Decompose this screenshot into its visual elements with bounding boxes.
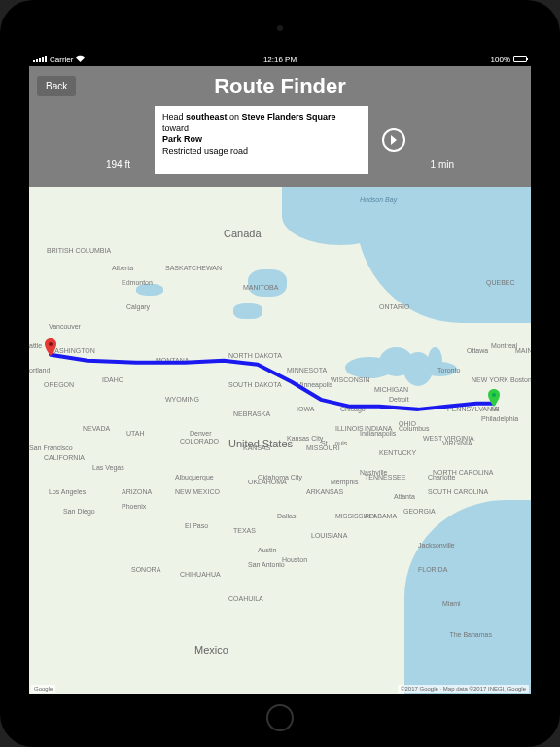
destination-pin[interactable] xyxy=(488,389,500,407)
step-distance: 194 ft xyxy=(106,160,141,174)
label-mexico: Mexico xyxy=(194,644,228,656)
wifi-icon xyxy=(76,55,85,64)
chevron-right-icon xyxy=(389,135,399,145)
map-view[interactable]: Canada United States Mexico Hudson Bay T… xyxy=(29,187,531,694)
page-title: Route Finder xyxy=(214,74,346,99)
instruction-row: 194 ft Head southeast on Steve Flanders … xyxy=(37,106,523,174)
battery-icon xyxy=(513,56,527,62)
step-duration: 1 min xyxy=(419,160,454,174)
label-canada: Canada xyxy=(224,228,262,239)
label-bahamas: The Bahamas xyxy=(449,631,492,638)
clock: 12:16 PM xyxy=(263,55,297,64)
label-hudson: Hudson Bay xyxy=(360,196,397,203)
next-step-button[interactable] xyxy=(382,128,405,152)
status-bar: Carrier 12:16 PM 100% xyxy=(29,53,531,66)
tablet-camera xyxy=(277,25,283,31)
tablet-frame: Carrier 12:16 PM 100% Back Route Finder … xyxy=(0,0,560,747)
back-button[interactable]: Back xyxy=(37,76,76,96)
screen: Carrier 12:16 PM 100% Back Route Finder … xyxy=(29,53,531,694)
map-attribution: ©2017 Google · Map data ©2017 INEGI, Goo… xyxy=(398,685,529,693)
svg-point-1 xyxy=(492,393,496,397)
origin-pin[interactable] xyxy=(45,338,56,356)
map-logo: Google xyxy=(31,685,55,693)
home-button[interactable] xyxy=(266,704,294,731)
instruction-card: Head southeast on Steve Flanders Square … xyxy=(155,106,368,174)
header: Back Route Finder 194 ft Head southeast … xyxy=(29,66,531,187)
battery-percent: 100% xyxy=(491,55,510,64)
carrier-label: Carrier xyxy=(50,55,73,64)
signal-icon xyxy=(33,56,47,62)
svg-point-0 xyxy=(49,342,52,346)
